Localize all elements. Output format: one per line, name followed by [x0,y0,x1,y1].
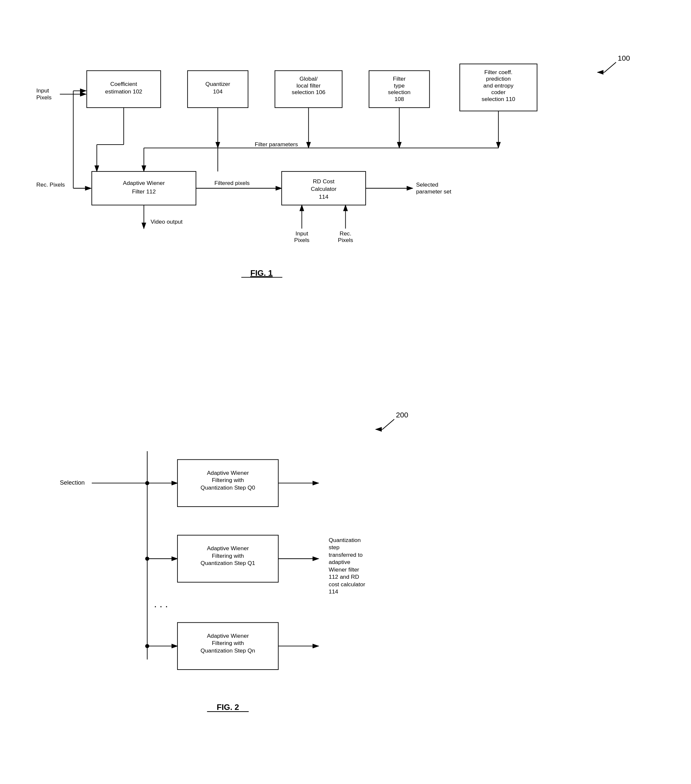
fig1-diagram: 100 Coefficient estimation 102 Quantizer [26,20,665,380]
coefficient-estimation-label: Coefficient [110,81,137,87]
q0-label1: Adaptive Wiener [207,469,249,476]
global-local-label3: selection 106 [292,89,325,96]
fig2-diagram: 200 Selection Adaptive Wiener Filtering … [26,394,665,754]
qn-label2: Filtering with [212,640,244,646]
page: 100 Coefficient estimation 102 Quantizer [0,0,691,784]
q1-label1: Adaptive Wiener [207,545,249,552]
input-pixels-bot-label2: Pixels [294,237,310,243]
input-pixels-bot-label1: Input [295,230,308,237]
selected-param-label2: parameter set [416,188,452,195]
rd-cost-label2: Calculator [311,186,337,192]
fig2-svg: 200 Selection Adaptive Wiener Filtering … [26,394,665,754]
selection-label: Selection [60,479,85,486]
q1-label2: Filtering with [212,552,244,559]
quantizer-label: Quantizer [205,81,230,87]
rec-pixels-bot-label2: Pixels [338,237,353,243]
output-text2: step [328,544,340,550]
rec-pixels-left-label: Rec. Pixels [36,181,65,188]
rec-pixels-bot-label1: Rec. [340,230,351,237]
input-pixels-label: Input [36,87,49,94]
coefficient-estimation-label2: estimation 102 [105,88,142,95]
svg-line-26 [383,419,394,430]
fig1-label: FIG. 1 [250,268,272,277]
filter-coeff-label1: Filter coeff. [484,69,513,76]
filter-type-label3: selection [388,89,411,96]
filter-coeff-label2: prediction [486,76,511,82]
output-text3: transferred to [328,552,363,558]
filter-coeff-label3: and entropy [483,82,514,89]
filter-parameters-label: Filter parameters [255,141,298,148]
filter-type-label4: 108 [394,96,404,102]
adaptive-wiener-label2: Filter 112 [132,188,156,195]
filtered-pixels-label: Filtered pixels [214,180,250,186]
svg-line-0 [604,62,616,72]
quantizer-label2: 104 [213,88,223,95]
rd-cost-label1: RD Cost [313,178,335,184]
fig1-svg: 100 Coefficient estimation 102 Quantizer [26,20,665,380]
q0-label2: Filtering with [212,477,244,483]
fig2-ref-number: 200 [396,411,408,419]
output-text1: Quantization [328,537,361,544]
q1-label3: Quantization Step Q1 [201,560,255,566]
filter-type-label1: Filter [393,76,406,82]
output-text8: 114 [328,588,338,595]
selected-param-label1: Selected [416,181,439,188]
filter-coeff-label4: coder [491,89,506,96]
ellipsis-label: . . . [154,598,168,609]
fig1-ref-number: 100 [618,54,630,62]
q0-label3: Quantization Step Q0 [201,484,255,491]
output-text6: 112 and RD [328,573,359,580]
output-text7: cost calculator [328,581,365,588]
qn-label1: Adaptive Wiener [207,632,249,639]
qn-label3: Quantization Step Qn [201,647,255,654]
input-pixels-label2: Pixels [36,94,52,100]
output-text5: Wiener filter [328,566,359,573]
adaptive-wiener-label1: Adaptive Wiener [123,180,165,186]
fig2-label: FIG. 2 [217,703,239,712]
video-output-label: Video output [150,218,183,225]
global-local-label1: Global/ [299,76,317,82]
global-local-label2: local filter [297,82,321,89]
rd-cost-label3: 114 [319,193,328,200]
filter-coeff-label5: selection 110 [482,96,515,102]
output-text4: adaptive [328,559,350,565]
filter-type-label2: type [394,82,405,89]
